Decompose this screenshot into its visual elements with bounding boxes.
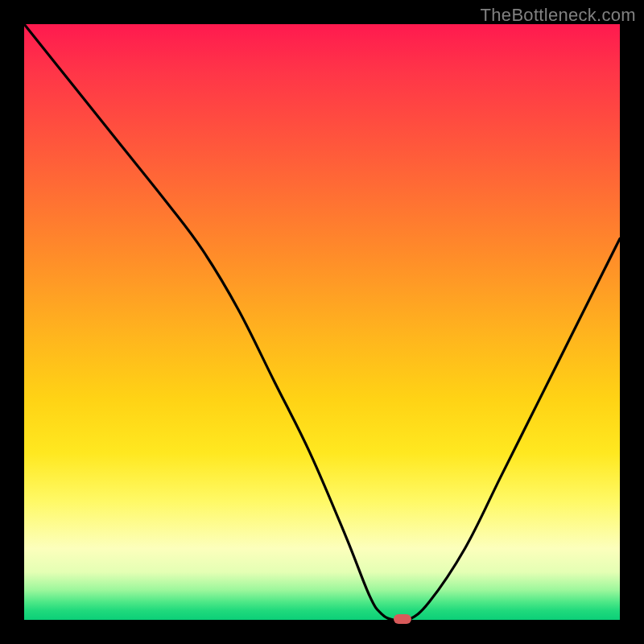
chart-frame: TheBottleneck.com: [0, 0, 644, 644]
plot-area: [24, 24, 620, 620]
bottleneck-curve: [24, 24, 620, 620]
curve-svg: [24, 24, 620, 620]
watermark-text: TheBottleneck.com: [481, 5, 636, 26]
optimal-point-marker: [394, 614, 411, 624]
